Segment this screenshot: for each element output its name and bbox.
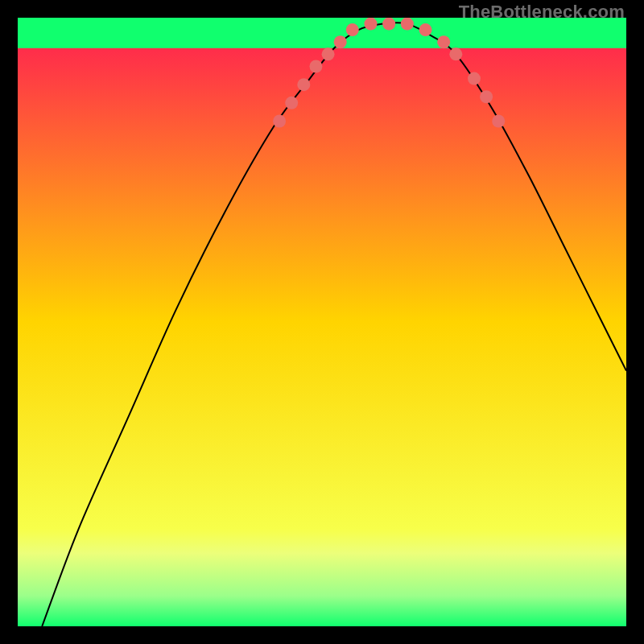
data-marker (273, 115, 286, 128)
data-marker (364, 18, 377, 31)
chart-background (18, 18, 626, 626)
data-marker (285, 97, 298, 109)
data-marker (449, 47, 462, 60)
data-marker (437, 35, 450, 48)
data-marker (492, 115, 505, 128)
data-marker (419, 23, 432, 36)
chart-svg (18, 18, 626, 626)
data-marker (401, 18, 414, 31)
data-marker (480, 90, 493, 103)
data-marker (334, 35, 347, 48)
green-band (18, 18, 626, 48)
data-marker (322, 47, 335, 60)
data-marker (382, 18, 395, 31)
data-marker (297, 78, 310, 91)
data-marker (468, 72, 481, 85)
chart-frame (18, 18, 626, 626)
data-marker (309, 60, 322, 72)
data-marker (346, 23, 359, 36)
